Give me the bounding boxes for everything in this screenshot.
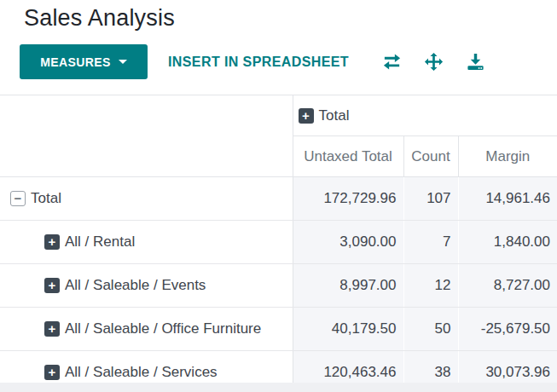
download-icon bbox=[466, 52, 485, 72]
chevron-down-icon bbox=[119, 60, 127, 64]
bottom-strip bbox=[0, 383, 557, 392]
measures-button-label: MEASURES bbox=[40, 55, 111, 69]
row-header[interactable]: All / Saleable / Events bbox=[0, 264, 293, 308]
collapse-minus-icon[interactable] bbox=[10, 191, 26, 206]
value-cell: 12 bbox=[403, 264, 458, 308]
table-row: Total172,729.9610714,961.46 bbox=[0, 177, 557, 221]
row-label: All / Saleable / Office Furniture bbox=[65, 320, 261, 337]
column-group-total[interactable]: Total bbox=[293, 95, 557, 136]
measure-header[interactable]: Margin bbox=[458, 136, 557, 177]
expand-plus-icon[interactable] bbox=[44, 365, 60, 380]
row-label: All / Saleable / Events bbox=[65, 277, 206, 294]
value-cell: 8,727.00 bbox=[458, 264, 557, 308]
expand-plus-icon[interactable] bbox=[44, 321, 60, 337]
column-group-label: Total bbox=[319, 107, 350, 124]
expand-all-icon bbox=[424, 52, 444, 72]
expand-plus-icon[interactable] bbox=[44, 234, 60, 250]
measures-button[interactable]: MEASURES bbox=[20, 44, 148, 79]
row-header[interactable]: All / Saleable / Office Furniture bbox=[0, 308, 293, 351]
expand-all-button[interactable] bbox=[424, 52, 444, 72]
value-cell: -25,679.50 bbox=[458, 308, 557, 351]
row-header[interactable]: All / Rental bbox=[0, 221, 293, 264]
value-cell: 172,729.96 bbox=[293, 177, 403, 221]
flip-axes-button[interactable] bbox=[382, 52, 402, 72]
flip-axes-icon bbox=[382, 52, 402, 72]
measure-header[interactable]: Untaxed Total bbox=[293, 136, 403, 177]
value-cell: 107 bbox=[403, 177, 458, 221]
value-cell: 1,840.00 bbox=[458, 221, 557, 264]
value-cell: 14,961.46 bbox=[458, 177, 557, 221]
row-header[interactable]: Total bbox=[0, 177, 293, 221]
value-cell: 7 bbox=[403, 221, 458, 264]
row-label: Total bbox=[31, 190, 61, 207]
value-cell: 3,090.00 bbox=[293, 221, 403, 264]
measure-header[interactable]: Count bbox=[403, 136, 458, 177]
page-title: Sales Analysis bbox=[24, 5, 175, 32]
table-row: All / Rental3,090.0071,840.00 bbox=[0, 221, 557, 264]
pivot-view: Sales Analysis MEASURES INSERT IN SPREAD… bbox=[0, 0, 557, 392]
insert-in-spreadsheet-button[interactable]: INSERT IN SPREADSHEET bbox=[168, 55, 349, 70]
table-row: All / Saleable / Office Furniture40,179.… bbox=[0, 308, 557, 351]
download-button[interactable] bbox=[466, 52, 485, 72]
table-row: All / Saleable / Events8,997.00128,727.0… bbox=[0, 264, 557, 308]
value-cell: 40,179.50 bbox=[293, 308, 403, 351]
corner-cell bbox=[0, 95, 293, 177]
row-label: All / Rental bbox=[65, 233, 135, 251]
pivot-table: Total Untaxed TotalCountMargin Total172,… bbox=[0, 95, 557, 392]
value-cell: 50 bbox=[403, 308, 458, 351]
expand-plus-icon[interactable] bbox=[299, 108, 314, 124]
expand-plus-icon[interactable] bbox=[44, 278, 60, 293]
value-cell: 8,997.00 bbox=[293, 264, 403, 308]
toolbar: MEASURES INSERT IN SPREADSHEET bbox=[20, 44, 485, 79]
row-label: All / Saleable / Services bbox=[65, 364, 218, 381]
